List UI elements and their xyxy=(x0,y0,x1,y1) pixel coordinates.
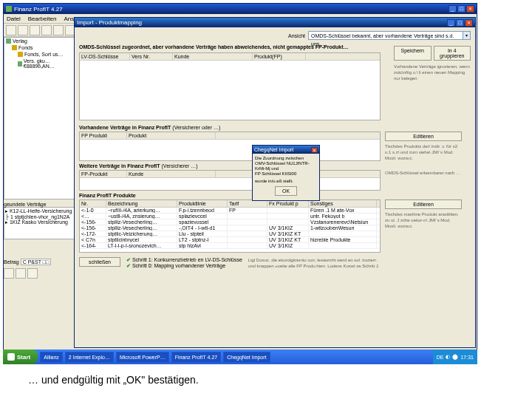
folder-icon xyxy=(6,38,11,44)
tray-icon[interactable]: ⬤ xyxy=(452,354,458,360)
toolbar-button[interactable] xyxy=(30,25,40,35)
tree-item[interactable]: Verlag xyxy=(4,38,74,44)
col-header[interactable]: Nr. xyxy=(80,200,106,207)
close-button[interactable]: × xyxy=(465,19,473,27)
grid-body[interactable] xyxy=(80,140,380,154)
speichern-button[interactable]: Speichern xyxy=(394,46,432,61)
col-header[interactable]: FP-Produkt xyxy=(80,171,127,177)
folder-icon xyxy=(12,45,17,50)
task-button[interactable]: Allianz xyxy=(40,352,63,363)
ansicht-dropdown[interactable]: OMDS-Schlüssel bekannt, aber vorhandene … xyxy=(308,31,471,40)
grid-body[interactable] xyxy=(80,61,380,120)
menu-bearbeiten[interactable]: Bearbeiten xyxy=(28,16,57,22)
lang-indicator[interactable]: DE xyxy=(437,355,444,360)
check-icon: ✔ xyxy=(126,263,131,268)
col-header[interactable]: Produkt xyxy=(127,132,216,139)
tray-icon[interactable]: ◐ xyxy=(446,354,450,360)
file-icon xyxy=(18,52,23,57)
col-header[interactable]: Produkt(FP) xyxy=(253,53,306,60)
close-button[interactable]: × xyxy=(311,147,318,153)
table-row[interactable]: <-164-LT-I-l-p-I-sronozevich…stp hlzAvlU… xyxy=(80,243,380,249)
nav-button[interactable] xyxy=(27,268,38,279)
app-icon xyxy=(6,6,12,12)
table-row[interactable]: <…~ustll-/4A, znsierung…splazievcceluntr… xyxy=(80,214,380,219)
section-subtitle: (Versicherer …) xyxy=(162,163,198,168)
ansicht-label: Ansicht xyxy=(288,33,305,38)
slide-caption: … und endgültig mit „OK" bestätigen. xyxy=(28,374,199,386)
tree-item[interactable]: Vers. gku… €88896,AN… xyxy=(4,58,74,69)
toolbar-button[interactable] xyxy=(6,25,16,35)
col-header[interactable]: Produktlinie xyxy=(177,200,228,207)
section-subtitle: (Versicherer oder …) xyxy=(172,125,220,130)
col-header[interactable]: LV-DS-Schlüsse xyxy=(80,53,130,60)
table-row[interactable]: <-156-stplliz-Vesecheriing…spazievosselV… xyxy=(80,219,380,225)
field-label: Betrag xyxy=(4,259,19,265)
file-icon xyxy=(18,61,22,66)
toolbar-button[interactable] xyxy=(41,25,52,35)
nav-button[interactable] xyxy=(16,268,26,279)
col-header[interactable]: Sonstiges xyxy=(309,200,377,207)
titlebar: Finanz ProfIT 4.27 _ □ × xyxy=(4,4,477,14)
tree-item[interactable]: Fonds xyxy=(4,44,74,51)
hint-text: Tischdes Produkts der\ indir. v. für s2 … xyxy=(385,143,462,161)
system-tray[interactable]: DE ◐ ⬤ 17:31 xyxy=(433,349,477,364)
list-item[interactable]: ▸ K12-LL-Heife-Versicherung xyxy=(5,208,73,214)
table-row[interactable]: < C7nstptlicinbrycelLT2 - stptnz-lUV 3/1… xyxy=(80,237,380,243)
maximize-button[interactable]: □ xyxy=(457,5,466,13)
check-icon: ✔ xyxy=(126,257,131,262)
dialog-title: ChegqNet Import xyxy=(254,147,293,152)
col-header[interactable]: Bezeichnung xyxy=(106,200,177,207)
import-titlebar: Import - Produktmapping _ □ × xyxy=(75,18,475,27)
section-title: Weitere Verträge in Finanz ProfIT xyxy=(79,163,160,168)
clock: 17:31 xyxy=(460,355,474,360)
import-title: Import - Produktmapping xyxy=(77,19,142,26)
col-header[interactable]: FP Produkt xyxy=(80,132,127,139)
hint-text: Vorhandene Verträge ignorieren, wenn zuk… xyxy=(394,64,471,81)
step-label: Schritt 0: Mapping vorhandener Verträge xyxy=(132,263,225,268)
tree-pane: Verlag Fonds Fonds, Sort us… Vers. gku… … xyxy=(4,37,75,200)
dialog-text: FP Schlüssel KIISI00 xyxy=(255,171,317,177)
toolbar-button[interactable] xyxy=(53,25,64,35)
table-row[interactable]: <-172-stptlic-Veizicherung…Llu - stpteil… xyxy=(80,231,380,237)
col-header[interactable]: Kunde xyxy=(127,171,216,177)
start-button[interactable]: Start xyxy=(3,349,38,364)
gruppieren-button[interactable]: In 4 gruppieren xyxy=(434,46,471,61)
task-button[interactable]: Finanz ProfIT 4.27 xyxy=(171,352,221,363)
grid-body[interactable] xyxy=(80,178,380,190)
table-row[interactable]: <-1-0~rufIII-/4A, arierkung…F.p-i.tzennb… xyxy=(80,208,380,214)
products-grid[interactable]: <-1-0~rufIII-/4A, arierkung…F.p-i.tzennb… xyxy=(80,208,380,252)
schliessen-button[interactable]: schließen xyxy=(79,257,120,267)
editieren-button[interactable]: Editieren xyxy=(385,200,462,209)
close-button[interactable]: × xyxy=(466,5,474,13)
editieren-button[interactable]: Editieren xyxy=(385,132,462,141)
col-header[interactable]: Vers Nr. xyxy=(130,53,173,60)
hint-text: OMDS-Schlüssel erkennbarer nach … xyxy=(385,170,462,191)
table-row[interactable]: <-156-stplliz-Vesecheriing…-,OIT4 - I-wt… xyxy=(80,225,380,231)
dialog-text: wurde in/u.eß stellt. xyxy=(255,179,317,184)
minimize-button[interactable]: _ xyxy=(447,19,455,27)
ok-button[interactable]: OK xyxy=(275,186,297,196)
list-item[interactable]: ▸ 1KIZ Kasko Versicherung xyxy=(5,219,73,225)
hint-text: Tischdes mashine Produkt anwählen; zu ut… xyxy=(385,211,462,229)
chevron-down-icon: ▾ xyxy=(463,32,470,39)
tree-item[interactable]: Fonds, Sort us… xyxy=(4,51,74,58)
task-button[interactable]: 2 Internet Explo… xyxy=(65,352,114,363)
maximize-button[interactable]: □ xyxy=(456,19,464,27)
menu-datei[interactable]: Datei xyxy=(7,16,21,22)
col-header[interactable]: Fx Produkt p xyxy=(267,200,309,207)
list-item[interactable]: ├ 1 stptjchlen-vhor_ng1N2A xyxy=(5,214,73,219)
betrag-field[interactable]: C P&ST □□ xyxy=(21,259,52,265)
confirm-dialog: ChegqNet Import × Die Zuordnung zwischen… xyxy=(252,145,320,201)
taskbar: Start Allianz 2 Internet Explo… Microsof… xyxy=(3,349,477,364)
dialog-text: Die Zuordnung zwischen xyxy=(255,156,317,161)
task-button[interactable]: Microsoft PowerP… xyxy=(116,352,169,363)
left-lower-box: geundete Verträge ▸ K12-LL-Heife-Versich… xyxy=(4,202,75,279)
toolbar-button[interactable] xyxy=(18,25,28,35)
minimize-button[interactable]: _ xyxy=(449,5,457,13)
task-button[interactable]: ChegqNet Import xyxy=(223,352,270,363)
section-title: Vorhandene Verträge in Finanz ProfIT xyxy=(79,125,171,130)
col-header[interactable]: Kunde xyxy=(173,53,253,60)
col-header[interactable]: Tarif xyxy=(228,200,267,207)
search-button[interactable] xyxy=(4,268,14,279)
dialog-text: OMV-Schlüssel NU1JINTR-KrMi-Mj und xyxy=(255,161,317,171)
